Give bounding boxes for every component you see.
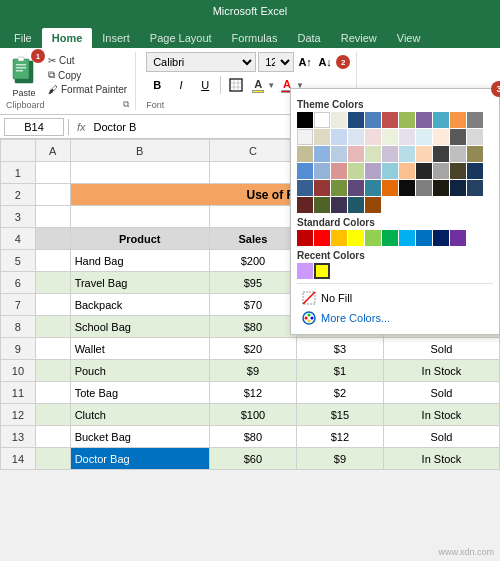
color-cell[interactable]	[348, 112, 364, 128]
color-cell[interactable]	[331, 230, 347, 246]
cell-product-header[interactable]: Product	[70, 228, 209, 250]
cell[interactable]	[35, 184, 70, 206]
color-cell[interactable]	[331, 180, 347, 196]
cell-p[interactable]: $12	[296, 426, 383, 448]
cell-sales[interactable]: $80	[209, 316, 296, 338]
cell[interactable]	[35, 404, 70, 426]
cell-product[interactable]: Pouch	[70, 360, 209, 382]
color-cell[interactable]	[314, 230, 330, 246]
color-cell[interactable]	[348, 197, 364, 213]
cell-status[interactable]: In Stock	[383, 404, 499, 426]
cell-sales[interactable]: $200	[209, 250, 296, 272]
color-cell[interactable]	[399, 180, 415, 196]
color-cell[interactable]	[382, 112, 398, 128]
color-cell[interactable]	[433, 112, 449, 128]
cell-status[interactable]: In Stock	[383, 360, 499, 382]
color-cell[interactable]	[399, 163, 415, 179]
color-cell[interactable]	[382, 129, 398, 145]
color-cell[interactable]	[416, 230, 432, 246]
cell[interactable]	[35, 250, 70, 272]
tab-file[interactable]: File	[4, 28, 42, 48]
underline-button[interactable]: U	[194, 74, 216, 96]
more-colors-button[interactable]: More Colors...	[297, 308, 493, 328]
color-cell[interactable]	[416, 180, 432, 196]
col-header-c[interactable]: C	[209, 140, 296, 162]
fill-color-button[interactable]: A ▼	[249, 76, 276, 95]
cell-sales[interactable]: $100	[209, 404, 296, 426]
color-cell[interactable]	[433, 163, 449, 179]
color-cell[interactable]	[450, 163, 466, 179]
clipboard-expand[interactable]: ⧉	[123, 99, 129, 110]
cell[interactable]	[209, 162, 296, 184]
tab-formulas[interactable]: Formulas	[222, 28, 288, 48]
color-cell[interactable]	[297, 180, 313, 196]
cell-sales[interactable]: $60	[209, 448, 296, 470]
color-cell[interactable]	[365, 197, 381, 213]
cell-product[interactable]: Backpack	[70, 294, 209, 316]
color-cell[interactable]	[314, 180, 330, 196]
cell[interactable]	[70, 206, 209, 228]
color-cell[interactable]	[433, 146, 449, 162]
color-cell[interactable]	[365, 230, 381, 246]
decrease-font-button[interactable]: A↓	[316, 53, 334, 71]
color-cell[interactable]	[399, 129, 415, 145]
color-cell[interactable]	[348, 163, 364, 179]
color-cell[interactable]	[297, 112, 313, 128]
color-cell[interactable]	[416, 163, 432, 179]
cell-p[interactable]: $3	[296, 338, 383, 360]
cell-product[interactable]: School Bag	[70, 316, 209, 338]
cell[interactable]	[35, 206, 70, 228]
color-cell[interactable]	[450, 146, 466, 162]
color-cell[interactable]	[467, 180, 483, 196]
col-header-a[interactable]: A	[35, 140, 70, 162]
tab-data[interactable]: Data	[287, 28, 330, 48]
color-cell[interactable]	[348, 146, 364, 162]
increase-font-button[interactable]: A↑	[296, 53, 314, 71]
color-cell[interactable]	[348, 129, 364, 145]
color-cell[interactable]	[450, 180, 466, 196]
cell[interactable]	[35, 338, 70, 360]
cell-sales[interactable]: $9	[209, 360, 296, 382]
cell-product[interactable]: Clutch	[70, 404, 209, 426]
cell[interactable]	[35, 162, 70, 184]
color-cell[interactable]	[365, 146, 381, 162]
cell[interactable]	[35, 272, 70, 294]
cell[interactable]	[35, 316, 70, 338]
color-cell-recent-yellow[interactable]	[314, 263, 330, 279]
copy-button[interactable]: ⧉ Copy	[46, 68, 129, 82]
color-cell[interactable]	[399, 146, 415, 162]
cell-p[interactable]: $9	[296, 448, 383, 470]
color-cell-yellow[interactable]	[348, 230, 364, 246]
cell-sales[interactable]: $95	[209, 272, 296, 294]
cell-status[interactable]: Sold	[383, 426, 499, 448]
tab-insert[interactable]: Insert	[92, 28, 140, 48]
color-cell[interactable]	[467, 146, 483, 162]
color-cell[interactable]	[314, 197, 330, 213]
borders-button[interactable]	[225, 74, 247, 96]
color-cell[interactable]	[399, 112, 415, 128]
color-cell[interactable]	[297, 197, 313, 213]
color-cell[interactable]	[399, 230, 415, 246]
color-cell[interactable]	[365, 112, 381, 128]
color-cell[interactable]	[331, 112, 347, 128]
color-cell[interactable]	[450, 129, 466, 145]
color-cell[interactable]	[416, 146, 432, 162]
no-fill-button[interactable]: No Fill	[297, 288, 493, 308]
cell-product[interactable]: Hand Bag	[70, 250, 209, 272]
color-cell[interactable]	[297, 163, 313, 179]
cut-button[interactable]: ✂ Cut	[46, 54, 129, 67]
cell-sales[interactable]: $20	[209, 338, 296, 360]
font-family-select[interactable]: Calibri	[146, 52, 256, 72]
color-cell[interactable]	[433, 180, 449, 196]
color-cell[interactable]	[331, 197, 347, 213]
paste-button[interactable]: 1 Paste	[6, 52, 42, 98]
cell[interactable]	[70, 162, 209, 184]
color-cell[interactable]	[467, 163, 483, 179]
col-header-b[interactable]: B	[70, 140, 209, 162]
color-cell[interactable]	[314, 163, 330, 179]
cell[interactable]	[35, 426, 70, 448]
cell[interactable]	[35, 228, 70, 250]
cell-product[interactable]: Travel Bag	[70, 272, 209, 294]
cell-sales[interactable]: $70	[209, 294, 296, 316]
color-cell[interactable]	[467, 129, 483, 145]
